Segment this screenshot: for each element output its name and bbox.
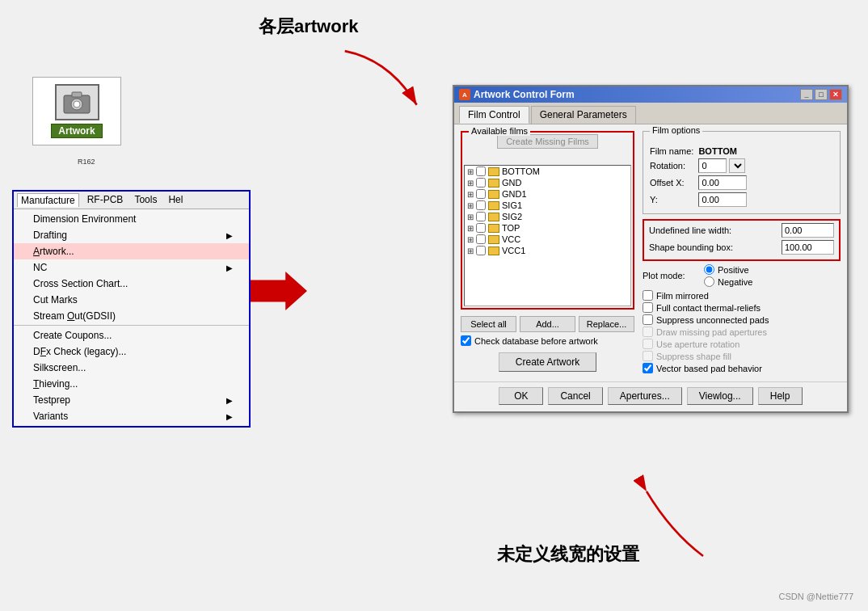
film-item-gnd[interactable]: ⊞ GND [465, 177, 630, 188]
menu-item-stream-out[interactable]: Stream Out(GDSII) [14, 308, 249, 326]
folder-icon [488, 190, 499, 199]
plot-mode-radio-group: Positive Negative [704, 264, 752, 287]
minimize-button[interactable]: _ [800, 89, 813, 100]
menu-item-dimension[interactable]: Dimension Environment [14, 211, 249, 227]
apertures-button[interactable]: Apertures... [608, 387, 682, 405]
menu-item-testprep[interactable]: Testprep▶ [14, 392, 249, 408]
menu-item-drafting[interactable]: Drafting▶ [14, 227, 249, 243]
film-item-vcc[interactable]: ⊞ VCC [465, 234, 630, 245]
dialog-title: Artwork Control Form [474, 89, 575, 100]
film-item-vcc1[interactable]: ⊞ VCC1 [465, 245, 630, 256]
highlighted-properties-box: Undefined line width: Shape bounding box… [643, 219, 841, 261]
folder-icon [488, 224, 499, 233]
film-item-bottom[interactable]: ⊞ BOTTOM [465, 166, 630, 177]
rotation-input[interactable] [698, 158, 727, 173]
film-name-label: Film name: [650, 146, 693, 156]
dialog-icon: A [459, 89, 470, 100]
offset-y-input[interactable] [698, 192, 747, 207]
folder-icon [488, 235, 499, 244]
film-mirrored-checkbox[interactable] [643, 290, 653, 301]
undefined-line-input[interactable] [782, 223, 834, 238]
tab-general-parameters[interactable]: General Parameters [531, 106, 636, 124]
suppress-shape-checkbox [643, 351, 653, 361]
menu-item-cross-section[interactable]: Cross Section Chart... [14, 276, 249, 292]
film-item-top[interactable]: ⊞ TOP [465, 222, 630, 234]
check-film-mirrored: Film mirrored [643, 290, 841, 301]
titlebar-buttons: _ □ ✕ [800, 89, 842, 100]
ok-button[interactable]: OK [499, 387, 543, 405]
check-aperture-rotation: Use aperture rotation [643, 339, 841, 349]
artwork-control-dialog: A Artwork Control Form _ □ ✕ Film Contro… [453, 85, 849, 413]
left-panel-buttons: Select all Add... Replace... [461, 316, 634, 332]
check-database-checkbox[interactable] [461, 335, 471, 346]
help-button[interactable]: Help [758, 387, 803, 405]
check-draw-missing: Draw missing pad apertures [643, 327, 841, 337]
menu-item-nc[interactable]: NC▶ [14, 259, 249, 276]
shape-bounding-input[interactable] [782, 240, 834, 255]
menu-help[interactable]: Hel [165, 193, 186, 207]
offset-x-label: Offset X: [650, 178, 693, 188]
viewlog-button[interactable]: Viewlog... [687, 387, 753, 405]
menu-area: Manufacture RF-PCB Tools Hel Dimension E… [12, 190, 251, 428]
dialog-footer: OK Cancel Apertures... Viewlog... Help [454, 381, 847, 411]
vector-based-checkbox[interactable] [643, 363, 653, 373]
menu-item-thieving[interactable]: Thieving... [14, 376, 249, 392]
add-button[interactable]: Add... [520, 316, 575, 332]
folder-icon [488, 167, 499, 176]
undefined-line-label: Undefined line width: [649, 225, 777, 235]
annotation-bottom: 未定义线宽的设置 [497, 542, 639, 567]
menu-item-silkscreen[interactable]: Silkscreen... [14, 360, 249, 376]
film-item-gnd1[interactable]: ⊞ GND1 [465, 188, 630, 200]
folder-icon [488, 201, 499, 210]
offset-x-input[interactable] [698, 175, 747, 190]
right-checkboxes: Film mirrored Full contact thermal-relie… [643, 290, 841, 373]
check-database-label: Check database before artwork [474, 336, 598, 346]
close-button[interactable]: ✕ [829, 89, 842, 100]
right-panel: Film options Film name: BOTTOM Rotation:… [643, 131, 841, 375]
draw-missing-checkbox [643, 327, 653, 337]
rotation-label: Rotation: [650, 161, 693, 171]
maximize-button[interactable]: □ [815, 89, 828, 100]
svg-marker-1 [246, 272, 307, 310]
select-all-button[interactable]: Select all [461, 316, 516, 332]
check-suppress-shape: Suppress shape fill [643, 351, 841, 361]
menu-manufacture[interactable]: Manufacture [17, 193, 79, 207]
suppress-unconnected-checkbox[interactable] [643, 314, 653, 325]
radio-positive[interactable] [704, 264, 714, 275]
film-options-title: Film options [650, 125, 702, 135]
replace-button[interactable]: Replace... [579, 316, 634, 332]
aperture-rotation-checkbox [643, 339, 653, 349]
app-icon-area: R162 Artwork [32, 77, 121, 145]
full-contact-checkbox[interactable] [643, 302, 653, 313]
plot-mode-negative: Negative [704, 276, 752, 287]
rotation-select[interactable]: ▼ [729, 158, 745, 173]
menu-item-cut-marks[interactable]: Cut Marks [14, 292, 249, 308]
svg-point-4 [74, 101, 80, 107]
svg-rect-5 [72, 92, 82, 97]
film-item-sig1[interactable]: ⊞ SIG1 [465, 200, 630, 211]
folder-icon [488, 247, 499, 255]
plot-mode-positive: Positive [704, 264, 752, 275]
menu-item-variants[interactable]: Variants▶ [14, 408, 249, 424]
available-films-group: Available films Create Missing Films ⊞ B… [461, 131, 634, 310]
menu-tools[interactable]: Tools [131, 193, 160, 207]
options-grid: Film name: BOTTOM Rotation: ▼ Offset X: … [650, 146, 833, 207]
film-item-sig2[interactable]: ⊞ SIG2 [465, 211, 630, 222]
create-artwork-button[interactable]: Create Artwork [499, 352, 596, 372]
folder-icon [488, 213, 499, 221]
cancel-button[interactable]: Cancel [548, 387, 602, 405]
films-list[interactable]: ⊞ BOTTOM ⊞ GND ⊞ G [464, 165, 631, 306]
create-missing-films-button[interactable]: Create Missing Films [497, 134, 598, 149]
menu-rfpcb[interactable]: RF-PCB [84, 193, 127, 207]
menu-item-dfx[interactable]: DFx Check (legacy)... [14, 343, 249, 360]
arrow-bottom-icon [630, 467, 727, 564]
watermark: CSDN @Nettie777 [779, 592, 853, 601]
plot-mode-row: Plot mode: Positive Negative [643, 264, 841, 287]
arrow-top-icon [307, 42, 436, 123]
tab-film-control[interactable]: Film Control [459, 106, 529, 124]
menu-item-artwork[interactable]: Artwork... [14, 243, 249, 259]
available-films-title: Available films [469, 126, 530, 136]
shape-bounding-label: Shape bounding box: [649, 242, 777, 252]
menu-item-coupons[interactable]: Create Coupons... [14, 327, 249, 343]
radio-negative[interactable] [704, 276, 714, 287]
